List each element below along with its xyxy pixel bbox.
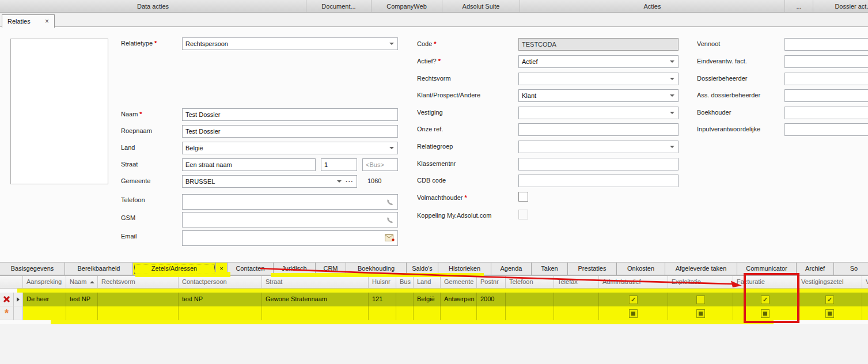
- field-cdb-code-input[interactable]: [518, 175, 679, 187]
- toolbar-section-data-acties[interactable]: Data acties: [0, 0, 306, 12]
- table-row[interactable]: De heertest NPtest NPGewone Stratennaam1…: [0, 293, 868, 306]
- grid-cell-telefoon[interactable]: [506, 293, 554, 306]
- checkbox-indeterminate[interactable]: [825, 309, 834, 318]
- sort-ascending-icon[interactable]: [90, 281, 94, 283]
- column-header-land[interactable]: Land: [414, 276, 441, 288]
- column-header-telefoon[interactable]: Telefoon: [506, 276, 554, 288]
- chevron-down-icon[interactable]: [389, 147, 394, 149]
- column-header-contactpersoon[interactable]: Contactpersoon: [179, 276, 262, 288]
- column-header-straat[interactable]: Straat: [262, 276, 369, 288]
- photo-placeholder[interactable]: [10, 39, 108, 184]
- grid-cell-straat[interactable]: Gewone Stratennaam: [262, 293, 369, 306]
- checkbox-checked[interactable]: ✓: [629, 295, 638, 304]
- field-gemeente-select[interactable]: BRUSSEL···: [182, 175, 357, 188]
- column-header-gemeente[interactable]: Gemeente: [441, 276, 477, 288]
- grid-cell-gemeente[interactable]: [441, 306, 477, 320]
- chevron-down-icon[interactable]: [670, 112, 674, 114]
- grid-cell-land[interactable]: [414, 306, 441, 320]
- checkbox-checked[interactable]: ✓: [761, 295, 770, 304]
- field-inputverantwoordelijke-input[interactable]: [784, 123, 868, 136]
- toolbar-section-dossier-act[interactable]: Dossier act...: [813, 0, 868, 12]
- chevron-down-icon[interactable]: [670, 94, 674, 97]
- column-header-huisnr[interactable]: Huisnr: [369, 276, 396, 288]
- tab-relaties[interactable]: Relaties ×: [2, 14, 55, 28]
- grid-cell-naam[interactable]: [66, 306, 98, 320]
- grid-cell-facturatie[interactable]: ✓: [733, 293, 798, 306]
- grid-cell-straat[interactable]: [262, 306, 369, 320]
- checkbox-indeterminate[interactable]: [761, 309, 770, 318]
- toolbar-section-companyweb[interactable]: CompanyWeb: [372, 0, 442, 12]
- column-header-postnr[interactable]: Postnr: [477, 276, 506, 288]
- tab-basisgegevens[interactable]: Basisgegevens: [0, 263, 65, 275]
- chevron-down-icon[interactable]: [670, 146, 674, 148]
- column-header-facturatie[interactable]: Facturatie: [733, 276, 798, 288]
- grid-cell-exploitatie[interactable]: [668, 293, 733, 306]
- grid-cell-aanspreking[interactable]: [23, 306, 66, 320]
- tab-prestaties[interactable]: Prestaties: [568, 263, 617, 275]
- field-eindverantw-fact-input[interactable]: [784, 55, 868, 68]
- field-land-select[interactable]: België: [182, 142, 398, 154]
- tab-so[interactable]: So: [834, 263, 868, 275]
- toolbar-section-document[interactable]: Document...: [306, 0, 372, 12]
- grid-cell-land[interactable]: België: [414, 293, 441, 306]
- tab-archief[interactable]: Archief: [797, 263, 834, 275]
- field-code-readonly[interactable]: TESTCODA: [518, 38, 679, 51]
- chevron-down-icon[interactable]: [670, 60, 674, 63]
- tab-communicator[interactable]: Communicator: [737, 263, 797, 275]
- grid-cell-gemeente[interactable]: Antwerpen: [441, 293, 477, 306]
- table-row[interactable]: *: [0, 306, 868, 320]
- toolbar-section-adsolut-suite[interactable]: Adsolut Suite: [442, 0, 520, 12]
- field-gsm-input[interactable]: [182, 212, 398, 227]
- field-roepnaam-input[interactable]: Test Dossier: [182, 125, 398, 138]
- checkbox-unchecked[interactable]: [696, 295, 705, 304]
- column-header-bus[interactable]: Bus: [396, 276, 414, 288]
- grid-cell-contactpersoon[interactable]: [179, 306, 262, 320]
- grid-cell-bus[interactable]: [396, 293, 414, 306]
- field-relatiegroep-select[interactable]: [518, 141, 679, 153]
- grid-cell-facturatie[interactable]: [733, 306, 798, 320]
- checkbox-checked[interactable]: ✓: [825, 295, 834, 304]
- field-dossierbeheerder-input[interactable]: [784, 73, 868, 85]
- tab-agenda[interactable]: Agenda: [491, 263, 532, 275]
- column-header-telefax[interactable]: Telefax: [554, 276, 599, 288]
- tab-contacten[interactable]: Contacten: [228, 263, 274, 275]
- grid-cell-exploitatie[interactable]: [668, 306, 733, 320]
- grid-cell-huisnr[interactable]: 121: [369, 293, 396, 306]
- field-volmachthouder-checkbox[interactable]: [518, 192, 528, 202]
- grid-cell-aanspreking[interactable]: De heer: [23, 293, 66, 306]
- grid-cell-telefax[interactable]: [554, 293, 599, 306]
- delete-row-icon[interactable]: [3, 295, 10, 303]
- field-relatietype-select[interactable]: Rechtspersoon: [182, 37, 398, 50]
- column-header-rechtsvorm[interactable]: Rechtsvorm: [98, 276, 179, 288]
- grid-cell-v[interactable]: [862, 293, 868, 306]
- field-straat-input[interactable]: Een straat naam: [182, 158, 316, 171]
- tab-close-icon[interactable]: ×: [45, 18, 49, 25]
- field-huisnr-input[interactable]: 1: [321, 158, 357, 171]
- column-header-administratief[interactable]: Administratief: [599, 276, 668, 288]
- grid-cell-administratief[interactable]: ✓: [599, 293, 668, 306]
- field-bus-input[interactable]: <Bus>: [362, 158, 398, 171]
- chevron-down-icon[interactable]: [670, 78, 674, 80]
- column-header-exploitatie[interactable]: Exploitatie: [668, 276, 733, 288]
- grid-cell-telefoon[interactable]: [506, 306, 554, 320]
- checkbox-indeterminate[interactable]: [629, 309, 638, 318]
- grid-cell-vestigingszetel[interactable]: [798, 306, 862, 320]
- field-actief-select[interactable]: Actief: [518, 55, 679, 68]
- field-ass-dossierbeheerder-input[interactable]: [784, 89, 868, 102]
- grid-cell-administratief[interactable]: [599, 306, 668, 320]
- column-header-aanspreking[interactable]: Aanspreking: [23, 276, 66, 288]
- chevron-down-icon[interactable]: [337, 180, 342, 183]
- grid-cell-rechtsvorm[interactable]: [98, 293, 179, 306]
- grid-cell-rechtsvorm[interactable]: [98, 306, 179, 320]
- field-klassementnr-input[interactable]: [518, 158, 679, 170]
- chevron-down-icon[interactable]: [389, 43, 394, 45]
- grid-cell-postnr[interactable]: 2000: [477, 293, 506, 306]
- grid-cell-v[interactable]: [862, 306, 868, 320]
- field-rechtsvorm-select[interactable]: [518, 73, 679, 85]
- ellipsis-button[interactable]: ···: [346, 177, 354, 186]
- tab-taken[interactable]: Taken: [532, 263, 568, 275]
- grid-cell-vestigingszetel[interactable]: ✓: [798, 293, 862, 306]
- column-header-naam[interactable]: Naam: [66, 276, 98, 288]
- tab-afgeleverde-taken[interactable]: Afgeleverde taken: [665, 263, 737, 275]
- field-boekhouder-input[interactable]: [784, 107, 868, 119]
